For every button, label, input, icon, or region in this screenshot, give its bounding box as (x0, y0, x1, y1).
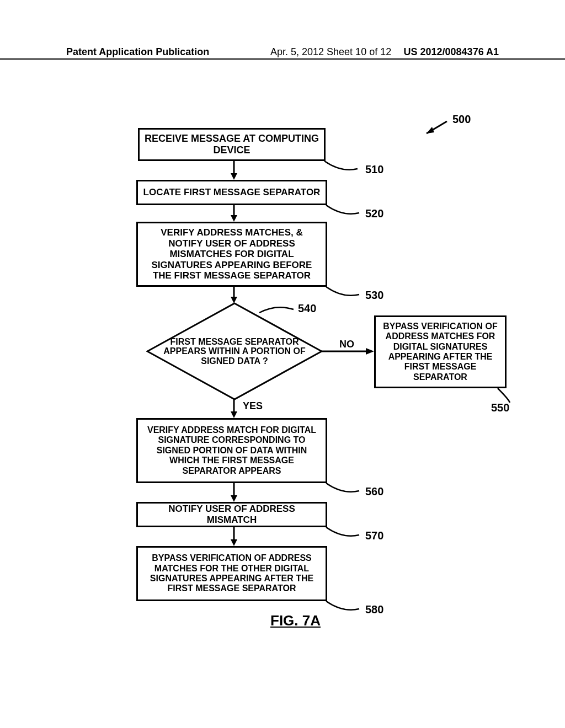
ref-560: 560 (365, 485, 383, 498)
arrow-540-550 (322, 347, 374, 355)
svg-marker-5 (231, 215, 237, 222)
leader-580 (326, 599, 365, 615)
arrow-540-560 (228, 399, 239, 418)
svg-marker-10 (366, 348, 374, 355)
box-580: BYPASS VERIFICATION OF ADDRESS MATCHES F… (136, 546, 327, 601)
ref-580: 580 (365, 603, 383, 616)
figure-label: FIG. 7A (270, 612, 321, 629)
box-560: VERIFY ADDRESS MATCH FOR DIGITAL SIGNATU… (136, 418, 327, 483)
arrow-570-580 (228, 527, 239, 546)
leader-520 (326, 203, 365, 220)
box-550: BYPASS VERIFICATION OF ADDRESS MATCHES F… (374, 315, 507, 388)
svg-marker-12 (231, 411, 237, 418)
box-520-text: LOCATE FIRST MESSAGE SEPARATOR (143, 187, 321, 198)
svg-marker-14 (231, 495, 237, 502)
label-yes: YES (243, 400, 263, 412)
ref-520: 520 (365, 207, 383, 220)
ref-550: 550 (491, 402, 509, 414)
page: Patent Application Publication Apr. 5, 2… (0, 0, 565, 728)
flowchart: 500 RECEIVE MESSAGE AT COMPUTING DEVICE … (0, 0, 565, 728)
box-510-text: RECEIVE MESSAGE AT COMPUTING DEVICE (144, 133, 319, 156)
box-570-text: NOTIFY USER OF ADDRESS MISMATCH (142, 504, 321, 525)
arrow-520-530 (228, 205, 239, 222)
leader-530 (326, 285, 365, 301)
leader-540 (259, 306, 298, 317)
arrow-560-570 (228, 483, 239, 502)
svg-marker-3 (231, 173, 237, 180)
box-510: RECEIVE MESSAGE AT COMPUTING DEVICE (138, 128, 326, 161)
ref-530: 530 (365, 289, 383, 302)
arrow-510-520 (228, 161, 239, 180)
ref-570: 570 (365, 529, 383, 542)
ref-arrow-500 (422, 121, 450, 138)
box-530: VERIFY ADDRESS MATCHES, & NOTIFY USER OF… (136, 222, 327, 287)
decision-540-text: FIRST MESSAGE SEPARATOR APPEARS WITHIN A… (163, 337, 306, 366)
leader-510 (324, 159, 363, 175)
arrow-530-540 (228, 287, 239, 303)
ref-510: 510 (365, 163, 383, 176)
leader-560 (326, 481, 365, 497)
leader-570 (326, 525, 365, 542)
box-520: LOCATE FIRST MESSAGE SEPARATOR (136, 180, 327, 205)
svg-marker-16 (231, 539, 237, 546)
ref-500: 500 (452, 113, 471, 126)
box-580-text: BYPASS VERIFICATION OF ADDRESS MATCHES F… (142, 553, 321, 594)
box-530-text: VERIFY ADDRESS MATCHES, & NOTIFY USER OF… (142, 227, 321, 281)
box-570: NOTIFY USER OF ADDRESS MISMATCH (136, 502, 327, 527)
box-560-text: VERIFY ADDRESS MATCH FOR DIGITAL SIGNATU… (142, 425, 321, 476)
ref-540: 540 (298, 302, 316, 315)
box-550-text: BYPASS VERIFICATION OF ADDRESS MATCHES F… (380, 322, 500, 382)
svg-marker-1 (427, 127, 434, 133)
